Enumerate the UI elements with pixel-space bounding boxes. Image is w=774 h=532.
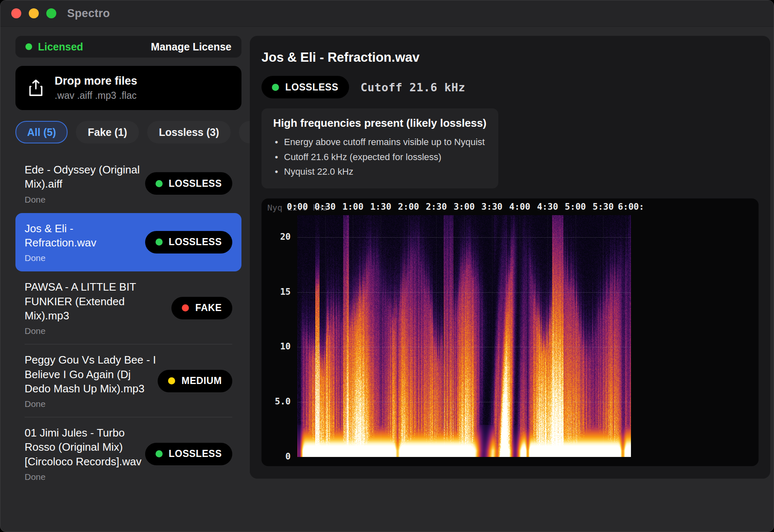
frequency-axis: 2015105.00 [261, 215, 292, 457]
frequency-tick-label: 15 [261, 287, 291, 297]
zoom-button[interactable] [46, 8, 56, 18]
main-content: Licensed Manage License Drop more files … [0, 27, 774, 490]
verdict-row: LOSSLESS Cutoff 21.6 kHz [261, 76, 759, 98]
time-axis: 0:000:301:001:302:002:303:003:304:004:30… [297, 202, 631, 213]
verdict-label: LOSSLESS [169, 236, 222, 248]
frequency-tick-label: 0 [261, 452, 291, 462]
file-name: Jos & Eli - Refraction.wav [25, 221, 145, 250]
time-tick-label: 2:30 [426, 202, 447, 212]
file-name: Ede - Odyssey (Original Mix).aiff [25, 163, 145, 191]
verdict-label: LOSSLESS [169, 178, 222, 189]
upload-icon [27, 78, 45, 98]
frequency-tick-label: 20 [261, 232, 291, 242]
time-tick-label: 4:30 [537, 202, 558, 212]
time-tick-label: 5:30 [593, 202, 614, 212]
verdict-label: MEDIUM [181, 375, 222, 386]
dropzone-formats: .wav .aiff .mp3 .flac [55, 90, 137, 101]
time-tick-label: 4:00 [509, 202, 530, 212]
licensed-dot-icon [25, 43, 32, 50]
app-window: Spectro Licensed Manage License Drop mor [0, 0, 774, 532]
verdict-dot-icon [156, 238, 163, 246]
analysis-box: High frequencies present (likely lossles… [261, 108, 498, 188]
analysis-heading: High frequencies present (likely lossles… [273, 117, 487, 130]
time-tick-label: 5:00 [565, 202, 586, 212]
time-tick-label: 3:30 [481, 202, 503, 212]
file-info: PAWSA - A LITTLE BIT FUNKIER (Extended M… [25, 280, 157, 336]
analysis-bullet: Cutoff 21.6 kHz (expected for lossless) [273, 150, 487, 165]
verdict-dot-icon [182, 304, 189, 311]
file-status: Done [25, 399, 157, 409]
verdict-badge: FAKE [171, 297, 232, 319]
time-tick-label: 0:30 [314, 202, 336, 212]
file-status: Done [25, 195, 145, 205]
file-name: 01 Jimi Jules - Turbo Rosso (Original Mi… [25, 426, 145, 469]
file-info: Jos & Eli - Refraction.wav Done [25, 221, 145, 263]
time-tick-label: 0:00 [287, 202, 308, 212]
verdict-dot-icon [168, 377, 175, 384]
file-status: Done [25, 472, 145, 482]
frequency-tick-label: 5.0 [261, 396, 291, 407]
spectrogram-panel: Nyq 22.0 kHz 0:000:301:001:302:002:303:0… [261, 198, 759, 466]
time-tick-label: 2:00 [398, 202, 419, 212]
verdict-badge: LOSSLESS [145, 443, 233, 465]
filter-chip[interactable]: Lossless (3) [147, 121, 231, 143]
detail-panel: Jos & Eli - Refraction.wav LOSSLESS Cuto… [250, 36, 770, 479]
verdict-dot-icon [272, 84, 279, 91]
file-list: Ede - Odyssey (Original Mix).aiff Done L… [15, 154, 241, 490]
time-tick-label: 6:00: [618, 202, 644, 212]
license-status: Licensed [25, 41, 83, 53]
detail-verdict-badge: LOSSLESS [261, 76, 349, 98]
verdict-badge: MEDIUM [158, 370, 232, 392]
license-bar: Licensed Manage License [15, 36, 241, 58]
analysis-bullet: Nyquist 22.0 kHz [273, 164, 487, 179]
file-status: Done [25, 253, 145, 263]
time-tick-label: 1:30 [370, 202, 392, 212]
analysis-bullets: Energy above cutoff remains visible up t… [273, 135, 487, 179]
file-list-item[interactable]: 01 Jimi Jules - Turbo Rosso (Original Mi… [15, 417, 241, 490]
analysis-bullet: Energy above cutoff remains visible up t… [273, 135, 487, 150]
title-bar: Spectro [0, 0, 774, 27]
file-list-item[interactable]: Jos & Eli - Refraction.wav Done LOSSLESS [15, 213, 241, 272]
cutoff-readout: Cutoff 21.6 kHz [361, 81, 465, 94]
file-list-item[interactable]: PAWSA - A LITTLE BIT FUNKIER (Extended M… [15, 271, 241, 344]
file-list-item[interactable]: Ede - Odyssey (Original Mix).aiff Done L… [15, 154, 241, 213]
verdict-label: FAKE [195, 302, 222, 314]
close-button[interactable] [11, 8, 21, 18]
file-name: Peggy Gou Vs Lady Bee - I Believe I Go A… [25, 353, 157, 396]
filter-chip[interactable]: All (5) [15, 121, 68, 143]
file-status: Done [25, 326, 157, 336]
manage-license-button[interactable]: Manage License [151, 41, 231, 53]
dropzone-title: Drop more files [55, 75, 137, 88]
filter-chips: All (5)Fake (1)Lossless (3)Medium (1) [15, 121, 241, 143]
verdict-dot-icon [156, 450, 163, 457]
file-info: Peggy Gou Vs Lady Bee - I Believe I Go A… [25, 353, 157, 409]
window-controls [11, 8, 56, 18]
verdict-badge: LOSSLESS [145, 231, 233, 253]
app-title: Spectro [67, 7, 110, 20]
filter-chip[interactable]: Fake (1) [76, 121, 138, 143]
time-tick-label: 3:00 [454, 202, 475, 212]
verdict-label: LOSSLESS [169, 448, 222, 459]
time-tick-label: 1:00 [342, 202, 364, 212]
file-list-item[interactable]: Peggy Gou Vs Lady Bee - I Believe I Go A… [15, 344, 241, 417]
minimize-button[interactable] [29, 8, 39, 18]
dropzone-text: Drop more files .wav .aiff .mp3 .flac [55, 75, 137, 101]
sidebar: Licensed Manage License Drop more files … [15, 36, 241, 490]
spectrogram-image [297, 215, 631, 457]
detail-title: Jos & Eli - Refraction.wav [261, 50, 759, 65]
frequency-tick-label: 10 [261, 341, 291, 351]
licensed-label: Licensed [38, 41, 83, 53]
verdict-label: LOSSLESS [285, 82, 339, 93]
verdict-badge: LOSSLESS [145, 172, 233, 195]
file-info: 01 Jimi Jules - Turbo Rosso (Original Mi… [25, 426, 145, 482]
file-name: PAWSA - A LITTLE BIT FUNKIER (Extended M… [25, 280, 157, 323]
file-info: Ede - Odyssey (Original Mix).aiff Done [25, 163, 145, 205]
verdict-dot-icon [156, 180, 163, 187]
file-dropzone[interactable]: Drop more files .wav .aiff .mp3 .flac [15, 66, 241, 110]
